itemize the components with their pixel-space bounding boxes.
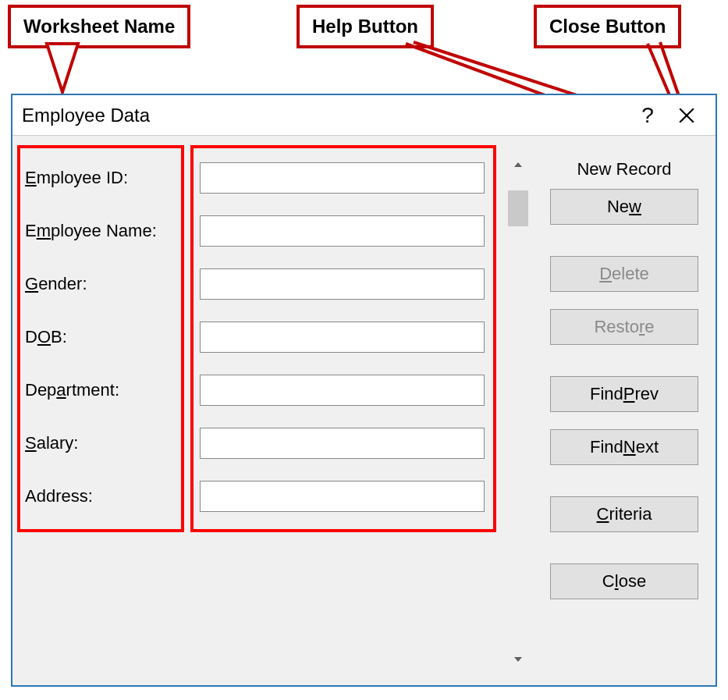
input-gender[interactable] <box>200 268 485 300</box>
close-window-button[interactable] <box>667 95 706 135</box>
find-prev-button[interactable]: Find Prev <box>550 376 698 412</box>
label-salary: Salary: <box>22 417 186 470</box>
field-inputs-column <box>200 151 496 523</box>
label-employee-name: Employee Name: <box>22 204 186 258</box>
field-labels-column: Employee ID: Employee Name: Gender: DOB:… <box>22 151 186 523</box>
dialog-body: Employee ID: Employee Name: Gender: DOB:… <box>12 136 716 685</box>
label-dob: DOB: <box>22 311 186 364</box>
dialog-titlebar: Employee Data ? <box>12 95 716 136</box>
scroll-track[interactable] <box>508 175 528 649</box>
input-employee-id[interactable] <box>200 162 485 194</box>
help-button[interactable]: ? <box>628 95 667 135</box>
new-button[interactable]: New <box>550 189 698 225</box>
label-department: Department: <box>22 364 186 417</box>
input-address[interactable] <box>200 481 485 512</box>
label-address: Address: <box>22 470 186 523</box>
delete-button[interactable]: Delete <box>550 256 698 292</box>
input-department[interactable] <box>200 375 485 406</box>
callout-help-button: Help Button <box>297 5 434 48</box>
find-next-button[interactable]: Find Next <box>550 429 698 465</box>
svg-marker-0 <box>47 44 78 92</box>
input-employee-name[interactable] <box>200 215 485 247</box>
scroll-thumb[interactable] <box>508 190 528 226</box>
scroll-up-arrow-icon[interactable] <box>508 155 528 175</box>
record-scrollbar[interactable] <box>508 155 528 670</box>
close-icon <box>678 107 695 124</box>
input-salary[interactable] <box>200 428 485 459</box>
input-dob[interactable] <box>200 322 485 353</box>
button-panel: New Record New Delete Restore Find Prev … <box>550 150 698 616</box>
label-gender: Gender: <box>22 258 186 311</box>
dialog-title: Employee Data <box>22 105 150 126</box>
close-button[interactable]: Close <box>550 563 698 599</box>
help-icon: ? <box>641 103 654 128</box>
scroll-down-arrow-icon[interactable] <box>508 649 528 670</box>
record-status: New Record <box>550 150 698 189</box>
restore-button[interactable]: Restore <box>550 309 698 345</box>
callout-worksheet-name: Worksheet Name <box>8 5 190 48</box>
label-employee-id: Employee ID: <box>22 151 186 204</box>
criteria-button[interactable]: Criteria <box>550 496 698 532</box>
data-form-dialog: Employee Data ? Employee ID: Employee Na… <box>11 94 717 687</box>
callout-close-button: Close Button <box>534 5 681 48</box>
